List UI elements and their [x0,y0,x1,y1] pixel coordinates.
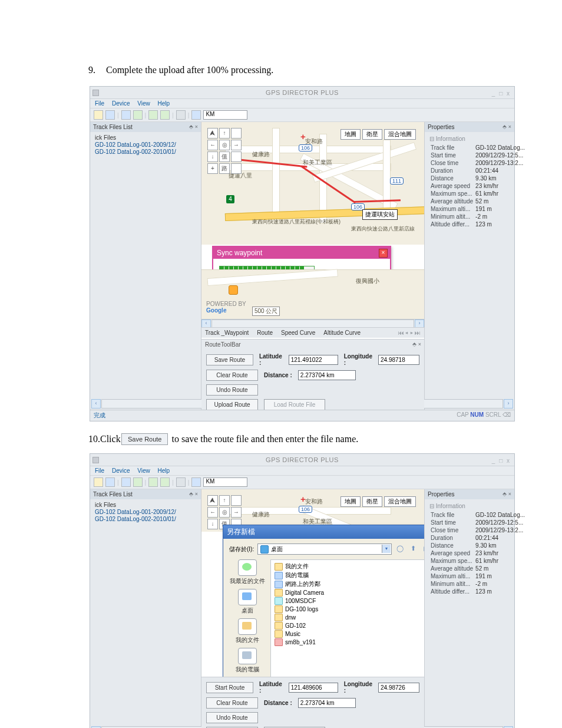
latitude-input[interactable] [289,683,338,693]
unit-select[interactable]: KM [203,110,247,120]
track-file-item[interactable]: GD-102 DataLog-001-2009/12/ [95,509,199,515]
map-scale: 500 公尺 [252,307,280,316]
prop-row: Start time2009/12/29-12:5... [429,151,526,159]
track-files-list: ick Files GD-102 DataLog-001-2009/12/ GD… [90,132,201,158]
google-logo: POWERED BYGoogle [206,301,246,314]
pin-close-icon[interactable]: ⬘ × [503,124,511,130]
station-label: 捷運唭安站 [362,209,398,220]
save-route-button[interactable]: Save Route [206,354,253,365]
load-route-file-button[interactable]: Load Route File [264,399,325,410]
prop-row: Minimum altit...-2 m [429,213,526,220]
longitude-input[interactable] [378,683,419,693]
track-file-item[interactable]: GD-102 DataLog-002-2010/01/ [95,149,199,155]
street-label: 安和路 [305,137,323,146]
maptab-hybrid[interactable]: 混合地圖 [384,129,416,140]
up-icon[interactable]: ⬆ [408,545,418,554]
inline-save-route-button: Save Route [121,433,168,445]
toolbar-download-icon[interactable] [121,110,131,120]
highway-label: 東西向快速道路八里苑裡線(中和板橋) [252,218,340,226]
route-shield-4: 4 [226,195,234,203]
poi-label: 復興國小 [356,277,379,285]
properties-header: Properties⬘ × [425,122,514,132]
tab-speed-curve[interactable]: Speed Curve [281,330,315,336]
menu-view[interactable]: View [137,100,150,107]
toolbar: | | | | KM [90,108,514,122]
place-documents[interactable]: 我的文件 [236,618,259,644]
place-desktop[interactable]: 桌面 [238,589,257,615]
pin-close-icon[interactable]: ⬘ × [189,124,198,130]
place-recent[interactable]: 我最近的文件 [230,559,265,585]
app-icon [92,90,99,96]
map-view[interactable]: + 106 106 111 4 健康路 安和路 和美工業區 捷運八里 捷運唭安站… [201,122,424,245]
route-shield-111: 111 [390,177,404,185]
upload-route-button[interactable]: Upload Route [206,399,258,410]
prop-row: Maximum spe...61 km/hr [429,190,526,197]
toolbar-sync-icon[interactable] [133,110,143,120]
toolbar-add-icon[interactable] [160,110,170,120]
step10-a: Click [100,434,121,444]
tab-track-waypoint[interactable]: Track _Waypoint [205,330,249,336]
map-nav-controls[interactable]: ⮝↑ ←◎→ ↓值 +路 [207,128,242,174]
menu-view[interactable]: View [137,467,150,474]
undo-route-button[interactable]: Undo Route [206,384,258,396]
place-computer[interactable]: 我的電腦 [236,648,259,674]
back-icon[interactable]: ◯ [395,545,405,554]
dialog-title: Sync waypoint [217,249,262,257]
track-subtitle: ick Files [95,134,199,141]
menu-help[interactable]: Help [158,467,170,474]
toolbar-earth-icon[interactable] [148,110,158,120]
home-marker-icon [229,285,238,295]
longitude-input[interactable] [378,355,419,365]
status-keys: CAP NUM SCRL ⌫ [457,411,511,420]
clear-route-button[interactable]: Clear Route [206,697,258,709]
dialog-title: 另存新檔 [227,528,255,536]
title-bar: GPS DIRECTOR PLUS _ □ x [90,87,514,99]
start-route-button[interactable]: Start Route [206,682,253,693]
savein-label: 儲存於(I): [229,545,254,554]
street-label: 健康路 [252,150,270,159]
toolbar-help-icon[interactable] [191,110,201,120]
poi-label: 和美工業區 [303,159,332,167]
highway-label: 東西向快速公路八里新店線 [351,225,415,233]
track-file-item[interactable]: GD-102 DataLog-002-2010/01/ [95,516,199,522]
menu-file[interactable]: File [95,100,104,107]
menu-help[interactable]: Help [158,100,170,107]
prop-row: Average speed23 km/hr [429,182,526,190]
toolbar-save-icon[interactable] [105,110,115,120]
distance-input[interactable] [298,370,356,380]
clear-route-button[interactable]: Clear Route [206,370,258,381]
menu-device[interactable]: Device [112,467,130,474]
menu-file[interactable]: File [95,467,104,474]
distance-input[interactable] [298,698,356,708]
unit-select[interactable]: KM [203,477,247,487]
right-pane: Properties⬘ × ⊟ Information Track fileGD… [424,122,514,410]
maptab-map[interactable]: 地圖 [340,129,361,140]
playback-controls[interactable]: ⏮ ◀ ▶ ⏭ [398,330,421,336]
map-lower[interactable]: 復興國小 POWERED BYGoogle 500 公尺 [201,269,424,319]
track-file-item[interactable]: GD-102 DataLog-001-2009/12/ [95,141,199,148]
undo-route-button[interactable]: Undo Route [206,712,258,723]
maptab-sat[interactable]: 衛星 [362,129,382,140]
window-controls[interactable]: _ □ x [492,88,511,100]
routetool-title: RouteToolBar [205,341,241,348]
prop-row: Track fileGD-102 DataLog... [429,144,526,151]
menu-device[interactable]: Device [112,100,130,107]
prop-row: Duration00:21:44 [429,167,526,174]
app-window-1: GPS DIRECTOR PLUS _ □ x File Device View… [90,86,515,421]
prop-row: Average altitude52 m [429,197,526,205]
lon-label: Longitude : [344,353,372,366]
toolbar-refresh-icon[interactable] [176,110,186,120]
app-window-2: GPS DIRECTOR PLUS_ □ x File Device View … [90,453,515,728]
savein-combo[interactable]: 桌面▾ [257,543,392,555]
prop-row: Maximum alti...191 m [429,205,526,213]
new-folder-icon[interactable]: ▢ [421,545,424,554]
desktop-icon [260,545,269,554]
tab-altitude-curve[interactable]: Altitude Curve [323,330,361,336]
toolbar-open-icon[interactable] [94,110,103,120]
map-type-tabs[interactable]: 地圖 衛星 混合地圖 [340,129,416,140]
close-icon[interactable]: × [379,249,388,258]
pin-close-icon[interactable]: ⬘ × [412,341,421,347]
latitude-input[interactable] [289,355,338,365]
tab-route[interactable]: Route [257,330,273,336]
map-hscroll[interactable]: ‹› [201,319,424,328]
